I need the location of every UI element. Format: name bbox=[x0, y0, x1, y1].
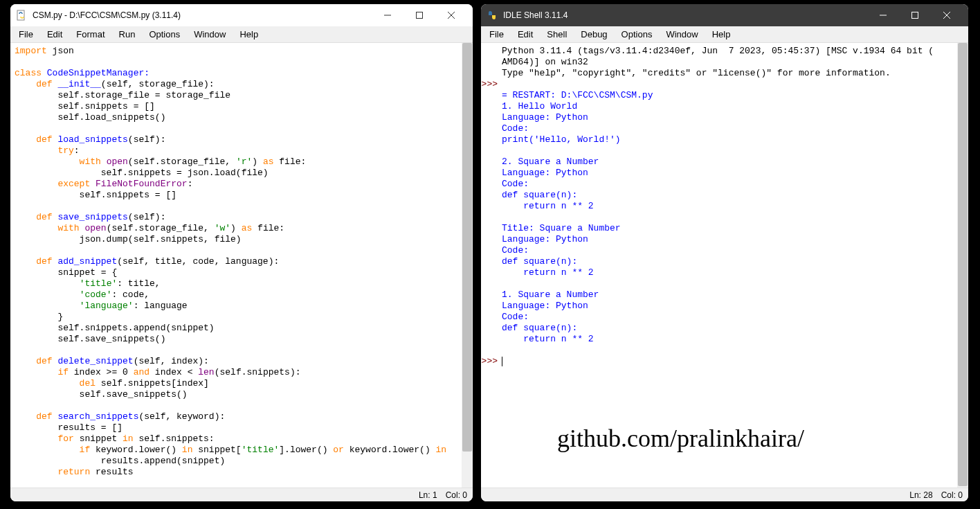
svg-rect-2 bbox=[417, 12, 423, 19]
shell-prompt: >>> bbox=[481, 79, 498, 90]
menu-window[interactable]: Window bbox=[187, 28, 233, 41]
editor-text-area[interactable]: import json class CodeSnippetManager: de… bbox=[10, 43, 473, 488]
status-col: Col: 0 bbox=[941, 490, 963, 500]
status-line: Ln: 1 bbox=[419, 490, 437, 500]
shell-menubar: File Edit Shell Debug Options Window Hel… bbox=[481, 26, 968, 43]
menu-file[interactable]: File bbox=[12, 28, 40, 41]
shell-title: IDLE Shell 3.11.4 bbox=[503, 10, 568, 20]
svg-rect-6 bbox=[912, 12, 918, 19]
menu-help[interactable]: Help bbox=[233, 28, 265, 41]
scrollbar-thumb[interactable] bbox=[462, 43, 472, 452]
menu-run[interactable]: Run bbox=[112, 28, 143, 41]
editor-statusbar: Ln: 1 Col: 0 bbox=[10, 488, 473, 501]
editor-menubar: File Edit Format Run Options Window Help bbox=[10, 26, 473, 43]
close-button[interactable] bbox=[931, 4, 963, 26]
menu-options[interactable]: Options bbox=[142, 28, 187, 41]
shell-titlebar[interactable]: IDLE Shell 3.11.4 bbox=[481, 4, 968, 26]
svg-rect-0 bbox=[17, 10, 24, 20]
shell-window: IDLE Shell 3.11.4 File Edit Shell Debug … bbox=[481, 4, 968, 501]
shell-statusbar: Ln: 28 Col: 0 bbox=[481, 488, 968, 501]
shell-text-area[interactable]: >>> >>> Python 3.11.4 (tags/v3.11.4:d234… bbox=[481, 43, 968, 488]
shell-scrollbar[interactable] bbox=[957, 43, 968, 488]
python-icon bbox=[487, 10, 498, 21]
maximize-button[interactable] bbox=[899, 4, 931, 26]
editor-scrollbar[interactable] bbox=[462, 43, 473, 488]
editor-titlebar[interactable]: CSM.py - D:\FCC\CSM\CSM.py (3.11.4) bbox=[10, 4, 473, 26]
python-file-icon bbox=[16, 10, 27, 21]
maximize-button[interactable] bbox=[403, 4, 435, 26]
close-button[interactable] bbox=[435, 4, 467, 26]
menu-debug[interactable]: Debug bbox=[574, 28, 614, 41]
minimize-button[interactable] bbox=[372, 4, 403, 26]
menu-shell[interactable]: Shell bbox=[540, 28, 574, 41]
scrollbar-thumb[interactable] bbox=[958, 43, 968, 486]
watermark-text: github.com/pralinkhaira/ bbox=[557, 424, 804, 453]
menu-options[interactable]: Options bbox=[615, 28, 660, 41]
menu-format[interactable]: Format bbox=[69, 28, 111, 41]
status-col: Col: 0 bbox=[446, 490, 467, 500]
menu-edit[interactable]: Edit bbox=[40, 28, 69, 41]
menu-help[interactable]: Help bbox=[705, 28, 738, 41]
menu-edit[interactable]: Edit bbox=[511, 28, 540, 41]
editor-window: CSM.py - D:\FCC\CSM\CSM.py (3.11.4) File… bbox=[10, 4, 473, 501]
menu-file[interactable]: File bbox=[482, 28, 511, 41]
menu-window[interactable]: Window bbox=[659, 28, 705, 41]
minimize-button[interactable] bbox=[867, 4, 899, 26]
editor-title: CSM.py - D:\FCC\CSM\CSM.py (3.11.4) bbox=[33, 10, 181, 20]
shell-prompt: >>> bbox=[481, 356, 498, 367]
status-line: Ln: 28 bbox=[909, 490, 932, 500]
text-cursor bbox=[502, 357, 502, 366]
